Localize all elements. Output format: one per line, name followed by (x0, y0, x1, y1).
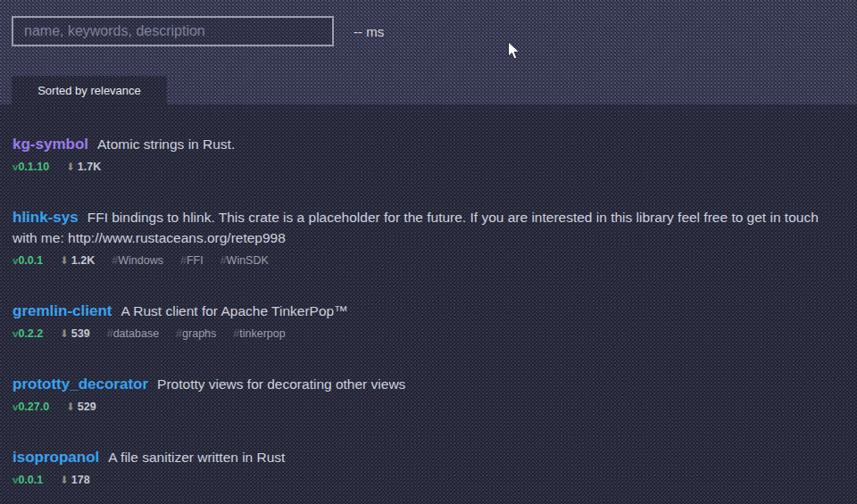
crate-meta-line: v0.2.2 ⬇539 #database#graphs#tinkerpop (12, 327, 841, 340)
keyword-tag[interactable]: #tinkerpop (233, 327, 285, 340)
crate-version: v0.27.0 (12, 401, 49, 413)
crate-meta-line: v0.27.0 ⬇529 (12, 401, 841, 413)
hash-symbol: # (180, 254, 187, 267)
keyword-label: Windows (118, 254, 163, 267)
keyword-tag[interactable]: #Windows (112, 254, 163, 267)
crate-name-link[interactable]: kg-symbol (12, 136, 88, 153)
download-icon: ⬇ (66, 161, 75, 172)
download-count: 539 (71, 327, 90, 340)
keyword-tags: #Windows#FFI#WinSDK (112, 254, 269, 267)
crate-meta-line: v0.0.1 ⬇1.2K #Windows#FFI#WinSDK (12, 254, 841, 267)
download-icon: ⬇ (60, 328, 69, 339)
download-count: 529 (78, 401, 96, 413)
hash-symbol: # (220, 254, 227, 267)
crate-version: v0.2.2 (12, 327, 43, 340)
download-count: 1.2K (71, 254, 95, 267)
crate-title-line: prototty_decoratorPrototty views for dec… (12, 374, 841, 394)
keyword-label: tinkerpop (239, 327, 285, 340)
crate-version: v0.0.1 (12, 474, 43, 486)
version-number: 0.2.2 (18, 327, 43, 340)
crate-description: A Rust client for Apache TinkerPop™ (121, 303, 347, 318)
keyword-label: FFI (187, 254, 204, 267)
hash-symbol: # (107, 327, 113, 340)
crate-meta-line: v0.1.10 ⬇1.7K (12, 161, 841, 173)
crate-meta-line: v0.0.1 ⬇178 (12, 474, 841, 486)
download-icon: ⬇ (60, 255, 69, 266)
download-count: 178 (71, 474, 90, 486)
crate-result-row: hlink-sysFFI bindings to hlink. This cra… (12, 190, 841, 284)
version-number: 0.1.10 (18, 161, 49, 173)
crate-title-line: isopropanolA file sanitizer written in R… (12, 447, 841, 467)
search-header: -- ms Sorted by relevance (0, 0, 857, 104)
search-row: -- ms (0, 0, 857, 46)
keyword-tag[interactable]: #FFI (180, 254, 204, 267)
keyword-label: graphs (182, 327, 216, 340)
crate-title-line: kg-symbolAtomic strings in Rust. (12, 134, 841, 154)
crate-result-row: prototty_decoratorPrototty views for dec… (12, 357, 841, 430)
keyword-tag[interactable]: #graphs (176, 327, 216, 340)
version-number: 0.27.0 (18, 401, 49, 413)
crate-downloads: ⬇178 (60, 474, 90, 486)
version-number: 0.0.1 (18, 254, 43, 267)
search-timing-label: -- ms (354, 24, 384, 39)
crate-downloads: ⬇1.7K (66, 161, 101, 173)
crate-name-link[interactable]: prototty_decorator (12, 376, 148, 392)
crate-version: v0.0.1 (12, 254, 43, 267)
crate-title-line: hlink-sysFFI bindings to hlink. This cra… (12, 207, 841, 248)
crate-result-row: isopropanolA file sanitizer written in R… (12, 430, 841, 503)
keyword-tag[interactable]: #database (107, 327, 159, 340)
keyword-tags: #database#graphs#tinkerpop (107, 327, 286, 340)
keyword-label: WinSDK (227, 254, 269, 267)
crate-description: FFI bindings to hlink. This crate is a p… (12, 210, 819, 245)
crate-result-row: kg-symbolAtomic strings in Rust. v0.1.10… (12, 117, 841, 190)
download-count: 1.7K (78, 161, 101, 173)
search-results-list: kg-symbolAtomic strings in Rust. v0.1.10… (0, 104, 857, 503)
tab-bar: Sorted by relevance (0, 76, 857, 104)
crate-downloads: ⬇1.2K (60, 254, 95, 267)
crate-description: Atomic strings in Rust. (97, 136, 235, 152)
search-input[interactable] (12, 16, 334, 46)
crate-version: v0.1.10 (12, 161, 49, 173)
download-icon: ⬇ (60, 475, 69, 485)
crate-name-link[interactable]: hlink-sys (12, 209, 79, 226)
tab-sorted-by-relevance[interactable]: Sorted by relevance (12, 76, 167, 104)
crate-downloads: ⬇539 (60, 327, 90, 340)
crate-result-row: gremlin-clientA Rust client for Apache T… (12, 284, 841, 357)
crate-search-screen: -- ms Sorted by relevance kg-symbolAtomi… (0, 0, 857, 504)
crate-description: Prototty views for decorating other view… (157, 376, 405, 392)
crate-name-link[interactable]: gremlin-client (12, 302, 112, 319)
download-icon: ⬇ (66, 401, 75, 412)
crate-description: A file sanitizer written in Rust (108, 450, 285, 465)
version-number: 0.0.1 (18, 474, 43, 486)
crate-name-link[interactable]: isopropanol (12, 449, 99, 466)
keyword-tag[interactable]: #WinSDK (220, 254, 269, 267)
crate-downloads: ⬇529 (66, 401, 96, 413)
crate-title-line: gremlin-clientA Rust client for Apache T… (12, 301, 841, 321)
keyword-label: database (113, 327, 159, 340)
